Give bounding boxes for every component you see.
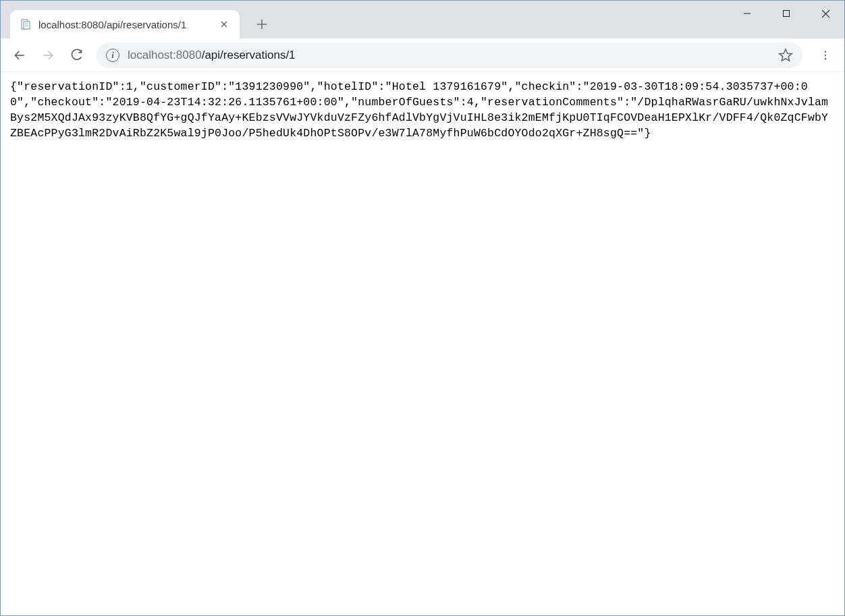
tab-strip: localhost:8080/api/reservations/1 — [1, 6, 844, 38]
svg-rect-5 — [24, 22, 30, 29]
svg-point-17 — [825, 54, 826, 55]
reload-button[interactable] — [64, 43, 88, 67]
page-body-text: {"reservationID":1,"customerID":"1391230… — [1, 72, 844, 148]
titlebar — [1, 1, 844, 6]
back-button[interactable] — [7, 43, 32, 67]
svg-rect-1 — [784, 11, 790, 17]
minimize-button[interactable] — [728, 0, 767, 27]
new-tab-button[interactable] — [250, 13, 273, 36]
page-favicon — [20, 18, 32, 30]
url-port: :8080 — [173, 49, 202, 61]
toolbar: i localhost:8080/api/reservations/1 — [1, 38, 844, 72]
close-window-button[interactable] — [806, 0, 845, 27]
browser-menu-button[interactable] — [813, 43, 838, 67]
svg-point-18 — [825, 58, 826, 59]
url-text: localhost:8080/api/reservations/1 — [128, 49, 770, 62]
tab-title: localhost:8080/api/reservations/1 — [38, 19, 211, 30]
url-host: localhost — [128, 49, 173, 61]
svg-point-16 — [825, 51, 826, 52]
maximize-button[interactable] — [767, 0, 806, 27]
window-controls — [728, 0, 845, 27]
tab-close-button[interactable] — [218, 18, 230, 30]
url-path: /api/reservations/1 — [202, 49, 296, 61]
address-bar[interactable]: i localhost:8080/api/reservations/1 — [97, 43, 802, 68]
bookmark-star-button[interactable] — [778, 48, 793, 63]
site-info-icon[interactable]: i — [106, 49, 119, 62]
browser-tab[interactable]: localhost:8080/api/reservations/1 — [10, 10, 240, 38]
svg-marker-15 — [780, 49, 792, 60]
forward-button[interactable] — [36, 43, 60, 67]
